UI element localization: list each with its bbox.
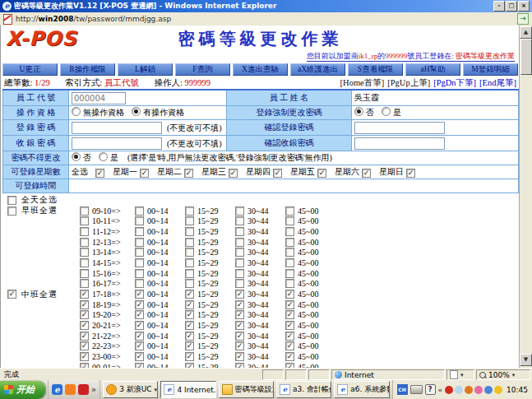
- slot-checkbox[interactable]: ✓: [285, 341, 294, 350]
- qq-red-icon[interactable]: [445, 386, 453, 394]
- slot-checkbox[interactable]: [185, 279, 194, 288]
- vertical-scrollbar[interactable]: ▲ ▼: [519, 26, 532, 368]
- nav-link[interactable]: [Home首筆]: [340, 78, 385, 87]
- toolbar-button[interactable]: F查詢: [175, 63, 230, 76]
- toolbar-button[interactable]: U更正: [2, 63, 58, 76]
- slot-checkbox[interactable]: [135, 248, 144, 257]
- weekday-checkbox[interactable]: ✓: [273, 169, 282, 178]
- slot-checkbox[interactable]: ✓: [235, 332, 244, 341]
- hour-checkbox[interactable]: [80, 269, 89, 278]
- page-mode-panel[interactable]: ▾: [446, 369, 474, 380]
- slot-checkbox[interactable]: [135, 216, 144, 225]
- hour-checkbox[interactable]: ✓: [80, 341, 89, 350]
- confirm-login-input[interactable]: [354, 122, 445, 134]
- slot-checkbox[interactable]: ✓: [285, 321, 294, 330]
- close-button[interactable]: ×: [518, 1, 530, 12]
- nav-link[interactable]: [PgDn下筆]: [433, 78, 476, 87]
- hour-checkbox[interactable]: ✓: [80, 321, 89, 330]
- slot-checkbox[interactable]: [135, 227, 144, 236]
- emp-code-input[interactable]: [72, 92, 126, 104]
- toolbar-button[interactable]: S查看權限: [348, 63, 403, 76]
- fox-icon[interactable]: [465, 386, 473, 394]
- qq-quicklaunch-icon[interactable]: [78, 384, 89, 395]
- slot-checkbox[interactable]: [135, 279, 144, 288]
- scroll-up-icon[interactable]: ▲: [520, 26, 532, 39]
- slot-checkbox[interactable]: [185, 206, 194, 216]
- slot-checkbox[interactable]: [285, 216, 294, 225]
- slot-checkbox[interactable]: [285, 269, 294, 278]
- slot-checkbox[interactable]: [185, 227, 194, 236]
- slot-checkbox[interactable]: ✓: [235, 290, 244, 299]
- slot-checkbox[interactable]: [285, 248, 294, 257]
- slot-checkbox[interactable]: [235, 258, 244, 267]
- toolbar-button[interactable]: aH幫助: [405, 63, 460, 76]
- slot-checkbox[interactable]: [235, 227, 244, 236]
- qq-white-icon[interactable]: [455, 386, 463, 394]
- slot-checkbox[interactable]: [135, 238, 144, 247]
- force-change-radio[interactable]: [382, 107, 391, 116]
- weekday-checkbox[interactable]: ✓: [362, 169, 371, 178]
- url-field[interactable]: http://win2008/tw/password/mmdjgg.asp: [16, 15, 514, 23]
- toolbar-button[interactable]: M登錄明細: [463, 63, 518, 76]
- toolbar-button[interactable]: aX維護進出: [290, 63, 345, 76]
- slot-checkbox[interactable]: [285, 279, 294, 288]
- slot-checkbox[interactable]: [235, 269, 244, 278]
- slot-checkbox[interactable]: ✓: [235, 310, 244, 319]
- slot-checkbox[interactable]: ✓: [135, 310, 144, 319]
- slot-checkbox[interactable]: ✓: [135, 290, 144, 299]
- no-change-radio[interactable]: [99, 152, 108, 161]
- uc-quicklaunch-icon[interactable]: [65, 384, 76, 395]
- week-all-checkbox[interactable]: ✓: [95, 169, 104, 178]
- tray-chevron-icon[interactable]: «: [438, 386, 443, 394]
- all-day-checkbox[interactable]: [7, 196, 16, 205]
- cashier-password-input[interactable]: [72, 137, 162, 150]
- globe-tray-icon[interactable]: [484, 386, 493, 394]
- hour-checkbox[interactable]: [80, 227, 89, 236]
- hour-checkbox[interactable]: ✓: [80, 332, 89, 341]
- slot-checkbox[interactable]: [235, 238, 244, 247]
- slot-checkbox[interactable]: [185, 248, 194, 257]
- shield-icon[interactable]: [494, 386, 502, 394]
- slot-checkbox[interactable]: [185, 238, 194, 247]
- taskbar-button[interactable]: ea6. 系統參數...: [334, 381, 389, 398]
- hour-checkbox[interactable]: ✓: [80, 300, 89, 309]
- slot-checkbox[interactable]: ✓: [135, 332, 144, 341]
- slot-checkbox[interactable]: [235, 216, 244, 225]
- slot-checkbox[interactable]: ✓: [135, 300, 144, 309]
- no-change-radio[interactable]: [72, 152, 81, 161]
- help-icon[interactable]: ?: [425, 384, 436, 395]
- page-mode-dropdown-icon[interactable]: ▾: [460, 372, 464, 378]
- hour-checkbox[interactable]: ✓: [80, 310, 89, 319]
- slot-checkbox[interactable]: [285, 227, 294, 236]
- hour-checkbox[interactable]: [80, 258, 89, 267]
- slot-checkbox[interactable]: [285, 258, 294, 267]
- hour-checkbox[interactable]: ✓: [80, 352, 89, 361]
- ie-quicklaunch-icon[interactable]: e: [52, 384, 62, 395]
- slot-checkbox[interactable]: [185, 258, 194, 267]
- scroll-down-icon[interactable]: ▼: [520, 354, 532, 366]
- slot-checkbox[interactable]: [185, 216, 194, 225]
- force-change-radio[interactable]: [354, 107, 363, 116]
- slot-checkbox[interactable]: [285, 238, 294, 247]
- slot-checkbox[interactable]: ✓: [285, 310, 294, 319]
- maximize-button[interactable]: □: [506, 1, 517, 12]
- slot-checkbox[interactable]: ✓: [235, 341, 244, 350]
- zoom-control[interactable]: 100% ▾: [476, 369, 530, 380]
- qualification-radio[interactable]: [72, 107, 81, 116]
- slot-checkbox[interactable]: ✓: [235, 352, 244, 361]
- slot-checkbox[interactable]: ✓: [285, 290, 294, 299]
- slot-checkbox[interactable]: [135, 258, 144, 267]
- weekday-checkbox[interactable]: ✓: [317, 169, 326, 178]
- shift-checkbox[interactable]: [7, 206, 16, 216]
- slot-checkbox[interactable]: ✓: [135, 352, 144, 361]
- taskbar-button[interactable]: 密碼等級設定: [219, 381, 274, 398]
- slot-checkbox[interactable]: ✓: [185, 352, 194, 361]
- taskbar-button[interactable]: e4 Internet...▾: [160, 381, 215, 398]
- slot-checkbox[interactable]: ✓: [235, 321, 244, 330]
- hour-checkbox[interactable]: [80, 279, 89, 288]
- slot-checkbox[interactable]: ✓: [285, 300, 294, 309]
- toolbar-button[interactable]: R操作權限: [60, 63, 115, 76]
- hour-checkbox[interactable]: [80, 216, 89, 225]
- language-indicator[interactable]: CH: [397, 384, 408, 395]
- slot-checkbox[interactable]: [185, 269, 194, 278]
